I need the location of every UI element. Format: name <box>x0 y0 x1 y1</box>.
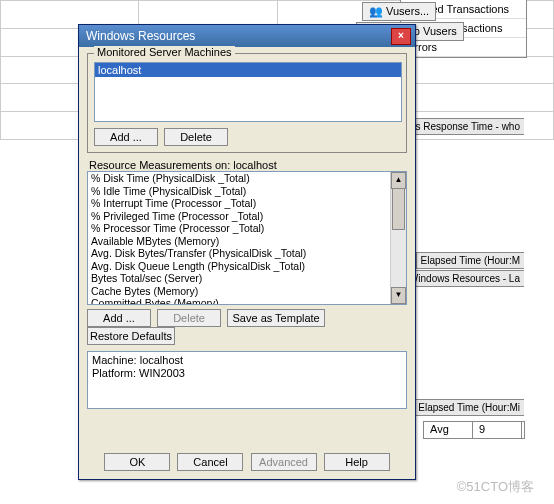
list-item[interactable]: % Disk Time (PhysicalDisk _Total) <box>88 172 406 185</box>
avg-value: 9 <box>473 422 522 438</box>
vusers-button[interactable]: 👥 Vusers... <box>362 2 436 21</box>
delete-measurement-button: Delete <box>157 309 221 327</box>
list-item[interactable]: Committed Bytes (Memory) <box>88 297 406 305</box>
windows-resources-dialog: Windows Resources × Monitored Server Mac… <box>78 24 416 480</box>
cancel-button[interactable]: Cancel <box>177 453 243 471</box>
monitored-servers-group: Monitored Server Machines localhost Add … <box>87 53 407 153</box>
measurement-buttons: Add ... Delete Save as Template Restore … <box>87 309 407 345</box>
list-item[interactable]: Avg. Disk Bytes/Transfer (PhysicalDisk _… <box>88 247 406 260</box>
elapsed-time-label-1: Elapsed Time (Hour:M <box>416 252 524 269</box>
list-item[interactable]: Bytes Total/sec (Server) <box>88 272 406 285</box>
list-item[interactable]: Available MBytes (Memory) <box>88 235 406 248</box>
group-legend: Monitored Server Machines <box>94 46 235 58</box>
close-icon[interactable]: × <box>391 28 411 45</box>
list-item[interactable]: Cache Bytes (Memory) <box>88 285 406 298</box>
restore-defaults-button[interactable]: Restore Defaults <box>87 327 175 345</box>
list-item[interactable]: Avg. Disk Queue Length (PhysicalDisk _To… <box>88 260 406 273</box>
dialog-title: Windows Resources <box>83 29 391 43</box>
measurements-listbox[interactable]: % Disk Time (PhysicalDisk _Total) % Idle… <box>87 171 407 305</box>
watermark: ©51CTO博客 <box>457 478 534 496</box>
platform-line: Platform: WIN2003 <box>92 367 402 380</box>
windows-resources-label: Windows Resources - La <box>404 270 524 287</box>
scrollbar[interactable]: ▲ ▼ <box>390 172 406 304</box>
elapsed-time-label-2: Elapsed Time (Hour:Mi <box>413 399 524 416</box>
scroll-down-icon[interactable]: ▼ <box>391 287 406 304</box>
server-item-localhost[interactable]: localhost <box>95 63 401 77</box>
titlebar[interactable]: Windows Resources × <box>79 25 415 47</box>
help-button[interactable]: Help <box>324 453 390 471</box>
scroll-thumb[interactable] <box>392 188 405 230</box>
avg-row: Avg 9 <box>423 421 525 439</box>
advanced-button: Advanced <box>251 453 317 471</box>
servers-listbox[interactable]: localhost <box>94 62 402 122</box>
machine-info-box: Machine: localhost Platform: WIN2003 <box>87 351 407 409</box>
list-item[interactable]: % Processor Time (Processor _Total) <box>88 222 406 235</box>
delete-server-button[interactable]: Delete <box>164 128 228 146</box>
add-server-button[interactable]: Add ... <box>94 128 158 146</box>
list-item[interactable]: % Privileged Time (Processor _Total) <box>88 210 406 223</box>
scroll-up-icon[interactable]: ▲ <box>391 172 406 189</box>
save-template-button[interactable]: Save as Template <box>227 309 325 327</box>
ok-button[interactable]: OK <box>104 453 170 471</box>
add-measurement-button[interactable]: Add ... <box>87 309 151 327</box>
dialog-bottom-buttons: OK Cancel Advanced Help <box>79 453 415 471</box>
vusers-icon: 👥 <box>369 5 386 17</box>
machine-line: Machine: localhost <box>92 354 402 367</box>
avg-label: Avg <box>424 422 473 438</box>
list-item[interactable]: % Interrupt Time (Processor _Total) <box>88 197 406 210</box>
measurements-label: Resource Measurements on: localhost <box>89 159 405 171</box>
list-item[interactable]: % Idle Time (PhysicalDisk _Total) <box>88 185 406 198</box>
